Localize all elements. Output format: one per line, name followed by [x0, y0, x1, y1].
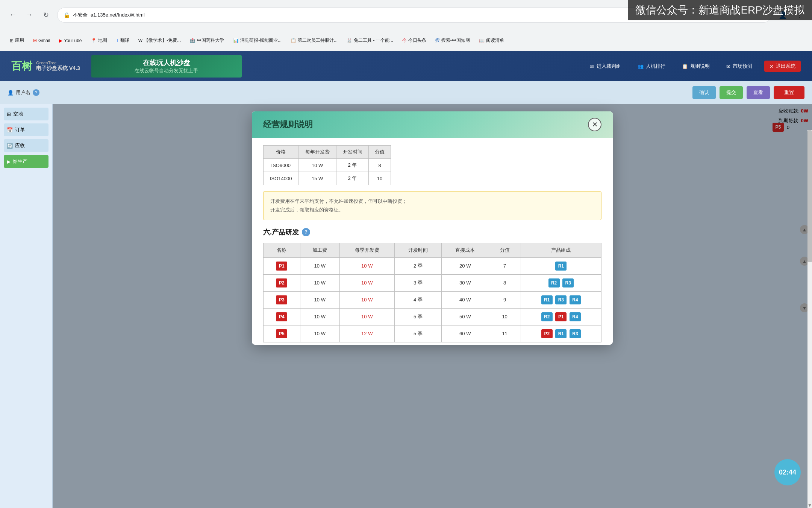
cert-note-box: 开发费用在年末平均支付，不允许加速投资，但可以中断投资； 开发完成后，领取相应的… — [263, 191, 601, 220]
bookmark-item10[interactable]: 今 今日头条 — [398, 36, 430, 45]
nav-rules[interactable]: 📋 规则说明 — [677, 61, 714, 72]
product-row-p4: P4 10 W 10 W 5 季 50 W 10 — [264, 308, 601, 325]
p2-dev-time: 3 季 — [394, 274, 441, 291]
p2-dev-cost: 10 W — [339, 274, 394, 291]
p2-name-cell: P2 — [264, 274, 300, 291]
cert-note-line1: 开发费用在年末平均支付，不允许加速投资，但可以中断投资； — [270, 197, 594, 205]
bookmark-gmail[interactable]: M Gmail — [29, 37, 54, 45]
pt-header-components: 产品组成 — [521, 243, 601, 257]
p3-processing: 10 W — [300, 291, 339, 308]
bookmark-item11[interactable]: 搜 搜索-中国知网 — [432, 36, 474, 45]
nav-market[interactable]: ✉ 市场预测 — [722, 61, 757, 72]
p1-dev-time: 2 季 — [394, 257, 441, 274]
modal-overlay: 经营规则说明 ✕ 价格 每年开发费 开发时间 — [53, 104, 812, 508]
p5-comp-p2: P2 — [541, 329, 553, 338]
modal-title: 经营规则说明 — [263, 119, 313, 130]
cert-time-1: 2 年 — [336, 172, 368, 185]
modal-dialog: 经营规则说明 ✕ 价格 每年开发费 开发时间 — [252, 111, 613, 345]
bookmark-map[interactable]: 📍 地图 — [87, 36, 111, 45]
left-sidebar: ⊞ 空地 📅 订单 🔄 应收 ▶ 始生产 — [0, 104, 53, 508]
referee-icon: ⚖ — [590, 64, 594, 69]
bookmark-item8[interactable]: 📋 第二次员工持股计... — [287, 36, 341, 45]
reading-list-icon: 📖 — [479, 38, 485, 43]
cert-table: 价格 每年开发费 开发时间 分值 ISO9000 10 W — [263, 145, 391, 185]
back-button[interactable]: ← — [6, 8, 20, 22]
cert-cost-1: 15 W — [298, 172, 336, 185]
ranking-icon: 👥 — [638, 64, 644, 69]
p4-direct-cost: 50 W — [442, 308, 489, 325]
forward-button[interactable]: → — [23, 8, 36, 22]
btn-green[interactable]: 提交 — [720, 86, 743, 99]
bookmark-youtube[interactable]: ▶ YouTube — [55, 37, 85, 45]
bookmark-apps[interactable]: ⊞ 应用 — [6, 36, 28, 45]
p1-comp-r1: R1 — [555, 262, 567, 271]
cert-header-price: 价格 — [264, 146, 298, 159]
section6-help-icon[interactable]: ? — [302, 228, 310, 236]
bookmark-translate[interactable]: T 翻译 — [112, 36, 133, 45]
p3-components: R1 R3 R4 — [521, 291, 601, 308]
p5-dev-time: 5 季 — [394, 325, 441, 342]
p3-dev-cost: 10 W — [339, 291, 394, 308]
link-icon-11: 搜 — [435, 37, 440, 44]
p2-comp-r2: R2 — [548, 278, 560, 287]
market-icon: ✉ — [726, 64, 730, 69]
bookmark-item7[interactable]: 📊 洞见研报-赋能商业... — [229, 36, 285, 45]
p3-badge: P3 — [276, 295, 287, 304]
refresh-button[interactable]: ↻ — [39, 8, 53, 22]
help-icon-sub[interactable]: ? — [33, 89, 39, 96]
modal-close-button[interactable]: ✕ — [588, 118, 601, 131]
bookmark-item5[interactable]: W 【微学术】-免费... — [135, 36, 185, 45]
nav-referee[interactable]: ⚖ 进入裁判组 — [585, 61, 626, 72]
p1-components: R1 — [521, 257, 601, 274]
app-container: 百树 GreenTree 电子沙盘系统 V4.3 在线玩人机沙盘 在线云帐号自动… — [0, 51, 812, 508]
sub-header-buttons: 确认 提交 查看 重置 — [692, 86, 804, 99]
sub-header: 👤 用户名 ? 确认 提交 查看 重置 — [0, 81, 812, 104]
p4-comp-p1: P1 — [555, 312, 567, 321]
cert-cost-0: 10 W — [298, 159, 336, 172]
banner-ad: 在线玩人机沙盘 在线云帐号自动分发无忧上手 — [91, 55, 242, 78]
nav-logout[interactable]: ✕ 退出系统 — [764, 61, 801, 72]
bookmark-reading-list[interactable]: 📖 阅读清单 — [475, 36, 508, 45]
main-layout: ⊞ 空地 📅 订单 🔄 应收 ▶ 始生产 — [0, 104, 812, 508]
pt-header-dev-time: 开发时间 — [394, 243, 441, 257]
pt-header-processing: 加工费 — [300, 243, 339, 257]
modal-body[interactable]: 价格 每年开发费 开发时间 分值 ISO9000 10 W — [252, 138, 613, 345]
p2-score: 8 — [489, 274, 521, 291]
modal-header: 经营规则说明 ✕ — [252, 111, 613, 138]
cert-row-0: ISO9000 10 W 2 年 8 — [264, 159, 391, 172]
p2-direct-cost: 30 W — [442, 274, 489, 291]
apps-icon: ⊞ — [10, 38, 14, 43]
pt-header-score: 分值 — [489, 243, 521, 257]
p2-processing: 10 W — [300, 274, 339, 291]
nav-ranking[interactable]: 👥 人机排行 — [633, 61, 670, 72]
btn-purple[interactable]: 查看 — [747, 86, 770, 99]
link-icon-9: 🐰 — [347, 38, 352, 43]
sidebar-order-item[interactable]: 📅 订单 — [4, 123, 48, 136]
timer-badge: 02:44 — [774, 459, 801, 485]
p3-comp-r4: R4 — [570, 295, 581, 304]
p1-dev-cost: 10 W — [339, 257, 394, 274]
user-icon: 👤 — [8, 90, 14, 96]
p5-comp-r3: R3 — [570, 329, 581, 338]
app-logo-chinese: 百树 — [11, 59, 32, 73]
p5-direct-cost: 60 W — [442, 325, 489, 342]
p1-direct-cost: 20 W — [442, 257, 489, 274]
lock-icon: 🔒 — [64, 12, 70, 18]
link-icon-6: 🏥 — [190, 38, 195, 43]
pt-header-name: 名称 — [264, 243, 300, 257]
cert-time-0: 2 年 — [336, 159, 368, 172]
btn-red[interactable]: 重置 — [774, 86, 804, 99]
p4-name-cell: P4 — [264, 308, 300, 325]
sidebar-map-item[interactable]: ⊞ 空地 — [4, 108, 48, 120]
bookmark-item9[interactable]: 🐰 兔二工具 - 一个能... — [343, 36, 397, 45]
sidebar-production-item[interactable]: ▶ 始生产 — [4, 155, 48, 168]
link-icon-5: W — [138, 38, 142, 43]
link-icon-8: 📋 — [291, 38, 296, 43]
cert-note-line2: 开发完成后，领取相应的资格证。 — [270, 205, 594, 214]
bookmark-item6[interactable]: 🏥 中国药科大学 — [186, 36, 228, 45]
btn-blue[interactable]: 确认 — [692, 86, 716, 99]
sidebar-receivable-item[interactable]: 🔄 应收 — [4, 139, 48, 152]
app-logo: 百树 GreenTree 电子沙盘系统 V4.3 — [11, 59, 80, 73]
p5-badge-table: P5 — [276, 329, 287, 338]
section6-header: 六.产品研发 ? — [263, 228, 601, 237]
